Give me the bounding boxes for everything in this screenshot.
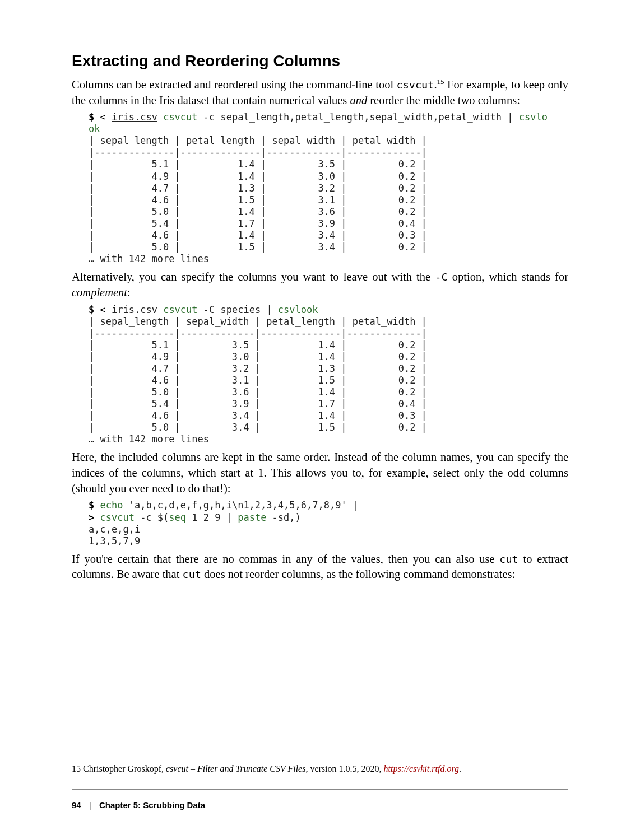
args: -c sepal_length,petal_length,sepal_width… xyxy=(198,111,519,123)
footnote-ref-15: 15 xyxy=(437,77,444,86)
table-row: | 4.9 | 3.0 | 1.4 | 0.2 | xyxy=(89,351,427,362)
code-block-1: $ < iris.csv csvcut -c sepal_length,peta… xyxy=(89,111,568,265)
code-block-2: $ < iris.csv csvcut -C species | csvlook… xyxy=(89,304,568,446)
footnote-author: Christopher Groskopf, xyxy=(83,764,166,773)
text: Alternatively, you can specify the colum… xyxy=(72,270,435,283)
table-row: | 4.7 | 1.3 | 3.2 | 0.2 | xyxy=(89,183,427,194)
redirect: < xyxy=(100,304,106,315)
table-header: | sepal_length | petal_length | sepal_wi… xyxy=(89,135,427,146)
args: 1 2 9 | xyxy=(186,512,238,523)
inline-code-cut: cut xyxy=(499,553,518,565)
command-ok: ok xyxy=(89,123,100,134)
running-footer: 94 | Chapter 5: Scrubbing Data xyxy=(72,800,205,810)
command-csvcut: csvcut xyxy=(163,111,197,123)
table-row: | 5.0 | 1.4 | 3.6 | 0.2 | xyxy=(89,206,427,217)
footnote-number: 15 xyxy=(72,763,83,775)
footnote-title: csvcut – Filter and Truncate CSV Files xyxy=(166,764,305,773)
args: -sd,) xyxy=(266,512,300,523)
text: reorder the middle two columns: xyxy=(367,94,520,106)
text: Columns can be extracted and reordered u… xyxy=(72,78,397,91)
table-separator: |--------------|-------------|----------… xyxy=(89,328,427,339)
table-row: | 5.4 | 1.7 | 3.9 | 0.4 | xyxy=(89,218,427,229)
table-row: | 5.0 | 3.6 | 1.4 | 0.2 | xyxy=(89,386,427,398)
table-row: | 4.6 | 1.4 | 3.4 | 0.3 | xyxy=(89,230,427,241)
command-csvcut: csvcut xyxy=(100,512,135,523)
redirect: < xyxy=(100,111,106,123)
paragraph-4: If you're certain that there are no comm… xyxy=(72,552,568,582)
text: : xyxy=(127,286,131,298)
text: option, which stands for xyxy=(448,270,568,283)
table-row: | 5.4 | 3.9 | 1.7 | 0.4 | xyxy=(89,398,427,409)
page: Extracting and Reordering Columns Column… xyxy=(0,0,640,840)
command-csvcut: csvcut xyxy=(163,304,197,315)
running-footer-rule xyxy=(72,789,568,790)
filename: iris.csv xyxy=(112,304,157,315)
inline-code-C: -C xyxy=(435,271,447,283)
inline-code-cut: cut xyxy=(183,568,201,580)
table-row: | 5.1 | 1.4 | 3.5 | 0.2 | xyxy=(89,158,427,170)
code-block-3: $ echo 'a,b,c,d,e,f,g,h,i\n1,2,3,4,5,6,7… xyxy=(89,500,568,547)
table-row: | 4.6 | 3.4 | 1.4 | 0.3 | xyxy=(89,410,427,421)
footnote-rest: , version 1.0.5, 2020, xyxy=(305,764,383,773)
footnotes: 15Christopher Groskopf, csvcut – Filter … xyxy=(72,757,565,775)
output: 1,3,5,7,9 xyxy=(89,535,140,547)
table-row: | 4.9 | 1.4 | 3.0 | 0.2 | xyxy=(89,171,427,182)
command-csvlook: csvlook xyxy=(278,304,318,315)
inline-code-csvcut: csvcut xyxy=(397,79,434,91)
footnote-period: . xyxy=(459,764,461,773)
chapter-title: Chapter 5: Scrubbing Data xyxy=(99,800,205,810)
text: If you're certain that there are no comm… xyxy=(72,553,499,565)
table-row: | 5.0 | 1.5 | 3.4 | 0.2 | xyxy=(89,241,427,253)
args: -C species | xyxy=(198,304,278,315)
emphasis: complement xyxy=(72,286,127,298)
command-paste: paste xyxy=(238,512,266,523)
paragraph-3: Here, the included columns are kept in t… xyxy=(72,450,568,496)
continuation-prompt: > xyxy=(89,512,94,523)
table-more: … with 142 more lines xyxy=(89,433,209,445)
prompt: $ xyxy=(89,500,94,511)
footnote-rule xyxy=(72,757,167,757)
footnote-15: 15Christopher Groskopf, csvcut – Filter … xyxy=(72,763,565,775)
table-separator: |--------------|--------------|---------… xyxy=(89,147,427,158)
table-more: … with 142 more lines xyxy=(89,253,209,264)
output: a,c,e,g,i xyxy=(89,524,140,535)
args: -c $( xyxy=(135,512,169,523)
page-number: 94 xyxy=(72,800,81,810)
table-row: | 4.7 | 3.2 | 1.3 | 0.2 | xyxy=(89,363,427,374)
footnote-link[interactable]: https://csvkit.rtfd.org xyxy=(384,764,460,773)
table-row: | 5.0 | 3.4 | 1.5 | 0.2 | xyxy=(89,422,427,433)
prompt: $ xyxy=(89,111,94,123)
paragraph-2: Alternatively, you can specify the colum… xyxy=(72,269,568,300)
section-heading: Extracting and Reordering Columns xyxy=(72,52,568,70)
paragraph-1: Columns can be extracted and reordered u… xyxy=(72,77,568,108)
emphasis: and xyxy=(350,94,367,106)
footer-separator: | xyxy=(89,800,91,810)
table-row: | 4.6 | 1.5 | 3.1 | 0.2 | xyxy=(89,194,427,206)
command-seq: seq xyxy=(169,512,186,523)
text: does not reorder columns, as the followi… xyxy=(201,568,515,580)
table-header: | sepal_length | sepal_width | petal_len… xyxy=(89,316,427,327)
prompt: $ xyxy=(89,304,94,315)
command-csvlo: csvlo xyxy=(519,111,548,123)
table-row: | 4.6 | 3.1 | 1.5 | 0.2 | xyxy=(89,375,427,386)
filename: iris.csv xyxy=(112,111,157,123)
command-echo: echo xyxy=(100,500,123,511)
table-row: | 5.1 | 3.5 | 1.4 | 0.2 | xyxy=(89,339,427,351)
args: 'a,b,c,d,e,f,g,h,i\n1,2,3,4,5,6,7,8,9' | xyxy=(123,500,358,511)
